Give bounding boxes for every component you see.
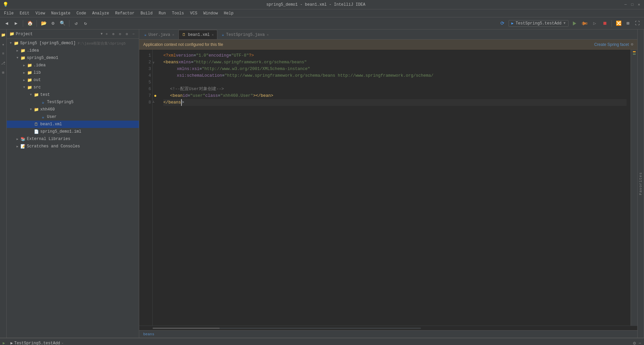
tab-label-bean1: bean1.xml (188, 32, 210, 37)
tab-close-testspring5[interactable]: ✕ (267, 33, 269, 37)
run-minimize-btn[interactable]: − (639, 341, 641, 345)
toolbar-redo-btn[interactable]: ↻ (82, 19, 90, 27)
tree-item-spring5[interactable]: ▼ 📁 Spring5 [spring5_demo1] F:\java框架合集\… (7, 40, 139, 47)
arrow-scratches: ▶ (15, 144, 20, 149)
menu-analyze[interactable]: Analyze (90, 10, 112, 16)
menu-build[interactable]: Build (138, 10, 155, 16)
menu-navigate[interactable]: Navigate (48, 10, 73, 16)
code-content[interactable]: <?xml version="1.0" encoding="UTF-8"?> <… (159, 50, 631, 326)
menu-vcs[interactable]: VCS (187, 10, 200, 16)
run-button[interactable] (571, 19, 579, 27)
tab-bean1-xml[interactable]: 🗒 bean1.xml ✕ (178, 30, 217, 39)
sidebar-icon-project[interactable]: 📁 (1, 32, 6, 38)
tree-item-iml[interactable]: ▶ 📄 spring5_demo1.iml (7, 128, 139, 135)
project-dropdown-arrow[interactable]: ▼ (101, 32, 103, 36)
toolbar-layout-btn[interactable]: ⊞ (624, 19, 632, 27)
label-lib: lib (34, 70, 41, 75)
debug-button[interactable] (581, 19, 589, 27)
toolbar-git-btn[interactable]: 🔀 (614, 19, 623, 27)
toolbar-forward-btn[interactable]: ▶ (12, 19, 20, 27)
toolbar-add-btn[interactable]: 📂 (40, 19, 48, 27)
tree-item-test[interactable]: ▼ 📁 test (7, 91, 139, 98)
tree-item-user[interactable]: ▶ ☕ User (7, 113, 139, 121)
project-panel-title: Project (16, 32, 99, 37)
panel-settings-btn[interactable]: ⚙ (124, 31, 129, 37)
panel-collapse-btn[interactable]: ⊖ (117, 31, 123, 37)
sidebar-icon-bookmark[interactable]: ★ (1, 42, 6, 47)
favorites-label[interactable]: Favorites (639, 172, 643, 195)
panel-hide-btn[interactable]: − (131, 31, 136, 37)
menu-edit[interactable]: Edit (17, 10, 32, 16)
notification-bar: Application context not configured for t… (139, 40, 637, 50)
toolbar-zoom-btn[interactable]: ⛶ (633, 19, 641, 27)
toolbar-undo-btn[interactable]: ↺ (72, 19, 80, 27)
toolbar-search-btn[interactable]: 🔍 (58, 19, 66, 27)
tree-item-spring5demo1[interactable]: ▼ 📁 spring5_demo1 (7, 54, 139, 62)
window-controls[interactable]: ─ □ ✕ (623, 2, 641, 7)
run-settings-btn[interactable]: ⚙ (633, 340, 636, 345)
menu-refactor[interactable]: Refactor (112, 10, 137, 16)
tree-item-scratches[interactable]: ▶ 📝 Scratches and Consoles (7, 143, 139, 150)
tab-icon-user: ☕ (144, 32, 147, 37)
close-button[interactable]: ✕ (637, 2, 641, 7)
arrow-src: ▼ (21, 85, 27, 90)
tab-close-bean1[interactable]: ✕ (212, 33, 214, 37)
menu-help[interactable]: Help (221, 10, 236, 16)
svg-marker-0 (573, 21, 576, 25)
code-editor[interactable]: 1 2 3 4 5 6 7 8 ┬ ● ┴ (139, 50, 637, 326)
toolbar-back-btn[interactable]: ◀ (3, 19, 11, 27)
sidebar-icon-deps[interactable]: ⊞ (1, 70, 6, 75)
label-testspring5: TestSpring5 (47, 100, 73, 105)
spring5-path: F:\java框架合集\Spring5 (78, 41, 126, 46)
toolbar-separator-2 (37, 20, 37, 27)
toolbar-stop-btn[interactable]: ⏹ (601, 19, 609, 27)
sidebar-icon-structure[interactable]: ≡ (1, 51, 6, 56)
run-config-selector[interactable]: ▶ TestSpring5.testAdd ▼ (508, 20, 569, 27)
tree-item-idea2[interactable]: ▶ 📁 .idea (7, 62, 139, 69)
run-config-dropdown-arrow: ▼ (564, 21, 566, 25)
menu-run[interactable]: Run (156, 10, 169, 16)
menu-code[interactable]: Code (74, 10, 89, 16)
run-panel: ▶ ▶ TestSpring5.testAdd ✕ ⚙ − ✓ ⏹ ≡ ⇅ ↕ … (0, 338, 644, 345)
menu-file[interactable]: File (1, 10, 16, 16)
tree-item-idea1[interactable]: ▶ 📁 .idea (7, 47, 139, 54)
panel-locate-btn[interactable]: ⌖ (104, 31, 109, 37)
scrollbar-thumb[interactable] (153, 328, 220, 329)
breadcrumb-bar: beans (139, 330, 637, 338)
left-sidebar: 📁 ★ ≡ ⎇ ⊞ (0, 29, 7, 338)
gutter-5 (153, 79, 158, 86)
minimize-button[interactable]: ─ (623, 2, 628, 7)
line-numbers: 1 2 3 4 5 6 7 8 (139, 50, 153, 326)
toolbar-settings-btn[interactable]: ⚙ (49, 19, 57, 27)
toolbar-coverage-btn[interactable]: ▷ (591, 19, 599, 27)
tree-item-testspring5[interactable]: ▶ ☕ TestSpring5 (7, 98, 139, 106)
icon-spring5demo1: 📁 (20, 55, 25, 61)
tree-item-extlibs[interactable]: ▶ 📚 External Libraries (7, 135, 139, 143)
tab-testspring5-java[interactable]: ☕ TestSpring5.java ✕ (218, 30, 272, 39)
notification-gear-icon[interactable]: ⚙ (631, 42, 633, 47)
toolbar-separator-1 (23, 20, 23, 27)
panel-expand-btn[interactable]: ⊕ (111, 31, 116, 37)
toolbar-sync-btn[interactable]: ⟳ (498, 19, 506, 27)
tree-item-out[interactable]: ▶ 📁 out (7, 76, 139, 84)
tree-item-bean1xml[interactable]: ▶ 🗒 bean1.xml (7, 121, 139, 128)
breadcrumb-beans[interactable]: beans (143, 332, 154, 336)
tree-item-src[interactable]: ▼ 📁 src (7, 84, 139, 91)
editor-tabs: ☕ User.java ✕ 🗒 bean1.xml ✕ ☕ TestSpring… (139, 29, 637, 40)
maximize-button[interactable]: □ (630, 2, 635, 7)
horizontal-scrollbar[interactable] (139, 326, 637, 330)
sidebar-icon-git[interactable]: ⎇ (1, 60, 6, 66)
menu-view[interactable]: View (33, 10, 48, 16)
tab-close-user[interactable]: ✕ (172, 33, 174, 37)
tree-item-lib[interactable]: ▶ 📁 lib (7, 69, 139, 76)
toolbar-home-btn[interactable]: 🏠 (26, 19, 34, 27)
menu-tools[interactable]: Tools (169, 10, 187, 16)
run-panel-tab-testspring5[interactable]: ▶ TestSpring5.testAdd ✕ (8, 339, 66, 345)
run-tab-close[interactable]: ✕ (61, 341, 63, 345)
tab-user-java[interactable]: ☕ User.java ✕ (141, 30, 178, 39)
gutter-7-breakpoint[interactable]: ● (153, 92, 158, 99)
tree-item-xhh460[interactable]: ▼ 📁 xhh460 (7, 106, 139, 113)
arrow-bean1xml: ▶ (28, 122, 34, 127)
menu-window[interactable]: Window (201, 10, 220, 16)
create-spring-facet-link[interactable]: Create Spring facet (594, 42, 629, 47)
